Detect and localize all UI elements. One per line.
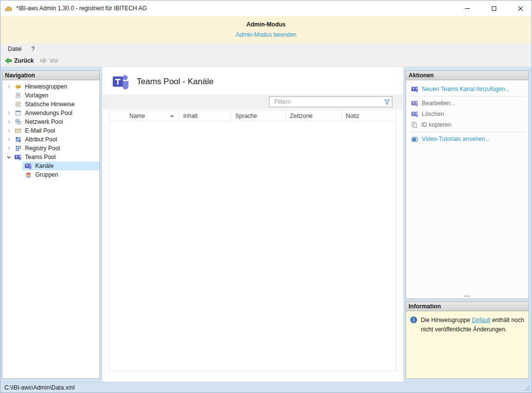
sidebar-item-label: Kanäle: [34, 162, 55, 170]
chevron-right-icon[interactable]: [5, 146, 12, 150]
column-header-sprache[interactable]: Sprache: [231, 111, 286, 121]
back-arrow-icon: [4, 57, 12, 64]
teams-icon: [24, 162, 32, 169]
maximize-button[interactable]: [483, 0, 505, 16]
sidebar-item-gruppen[interactable]: Gruppen: [22, 170, 99, 179]
close-button[interactable]: [509, 0, 532, 16]
forward-label: Vor: [49, 57, 58, 64]
action-label: Bearbeiten...: [422, 100, 455, 107]
actions-panel: Aktionen Neuen Teams Kanal hinzufügen...…: [406, 70, 529, 299]
chevron-down-icon[interactable]: [5, 155, 12, 159]
sidebar-item-label: Statische Hinweise: [24, 100, 76, 108]
chevron-right-icon[interactable]: [5, 111, 12, 115]
sidebar-item-attribut-pool[interactable]: Attribut Pool: [2, 135, 99, 144]
filter-input[interactable]: [269, 97, 382, 107]
sidebar-item-hinweisgruppen[interactable]: Hinweisgruppen: [2, 82, 99, 91]
info-icon: [410, 316, 417, 324]
table-header-row: Name Inhalt Sprache Zeitzone Notiz: [110, 111, 396, 121]
statusbar: C:\IBI-aws\Admin\Data.xml: [0, 382, 532, 393]
navigation-header: Navigation: [2, 70, 100, 80]
table-body-empty: [110, 121, 396, 370]
column-header-inhalt[interactable]: Inhalt: [179, 111, 231, 121]
sidebar-item-label: Anwendungs Pool: [24, 109, 74, 117]
workspace: Navigation Hinweisgruppen Vorlagen Stati…: [0, 67, 532, 382]
action-edit[interactable]: Bearbeiten...: [406, 98, 529, 109]
action-delete[interactable]: Löschen: [406, 109, 529, 119]
menubar: Datei ?: [0, 44, 532, 54]
action-video-tutorials[interactable]: Video-Tutorials ansehen...: [406, 134, 529, 144]
app-window: *IBI-aws Admin 1.30.0 - registriert für …: [0, 0, 532, 393]
sidebar-item-vorlagen[interactable]: Vorlagen: [2, 91, 99, 100]
sidebar-item-netzwerk-pool[interactable]: Netzwerk Pool: [2, 117, 99, 126]
app-icon: [4, 4, 12, 12]
back-label: Zurück: [14, 57, 34, 64]
action-label: ID kopieren: [421, 121, 451, 128]
admin-mode-exit-link[interactable]: Admin-Modus beenden: [236, 31, 296, 38]
action-copy-id[interactable]: ID kopieren: [406, 119, 529, 130]
sidebar-item-registry-pool[interactable]: Registry Pool: [2, 144, 99, 153]
sidebar-item-email-pool[interactable]: E-Mail Pool: [2, 126, 99, 135]
sidebar-item-label: Attribut Pool: [24, 136, 58, 143]
minimize-button[interactable]: [456, 0, 479, 16]
sidebar-item-label: Vorlagen: [24, 92, 49, 99]
sidebar-item-label: E-Mail Pool: [24, 127, 56, 135]
admin-mode-banner: Admin-Modus Admin-Modus beenden: [0, 16, 532, 44]
chevron-right-icon[interactable]: [5, 138, 12, 141]
sidebar-item-label: Hinweisgruppen: [24, 83, 69, 91]
sidebar-item-label: Teams Pool: [24, 153, 57, 161]
action-label: Video-Tutorials ansehen...: [422, 136, 490, 142]
page-title-row: Teams Pool - Kanäle: [102, 67, 403, 94]
chevron-right-icon[interactable]: [5, 120, 12, 124]
chevron-right-icon[interactable]: [5, 129, 12, 133]
admin-mode-title: Admin-Modus: [0, 21, 532, 28]
sidebar-item-label: Gruppen: [34, 171, 60, 179]
separator: [409, 132, 526, 132]
content-panel: Teams Pool - Kanäle Name Inhalt: [102, 67, 403, 382]
information-panel: Information Die Hinweisgruppe Default en…: [406, 301, 529, 379]
filter-box: [269, 96, 392, 107]
chevron-right-icon[interactable]: [5, 85, 12, 89]
close-icon: [518, 6, 523, 11]
sidebar-item-statische-hinweise[interactable]: Statische Hinweise: [2, 100, 99, 109]
column-header-name[interactable]: Name: [110, 111, 179, 121]
forward-arrow-icon: [40, 57, 48, 64]
information-header: Information: [406, 301, 529, 311]
statusbar-path: C:\IBI-aws\Admin\Data.xml: [4, 384, 74, 391]
minimize-icon: [465, 8, 470, 9]
actions-header: Aktionen: [406, 70, 529, 80]
column-header-zeitzone[interactable]: Zeitzone: [286, 111, 342, 121]
sidebar-item-kanaele[interactable]: Kanäle: [22, 162, 99, 170]
templates-icon: [14, 92, 22, 99]
actions-list: Neuen Teams Kanal hinzufügen... Bearbeit…: [406, 80, 529, 299]
sidebar-item-teams-pool[interactable]: Teams Pool: [2, 153, 99, 162]
column-header-notiz[interactable]: Notiz: [342, 111, 396, 121]
right-column: Aktionen Neuen Teams Kanal hinzufügen...…: [406, 70, 529, 379]
window-title: *IBI-aws Admin 1.30.0 - registriert für …: [16, 5, 452, 12]
forward-button[interactable]: Vor: [40, 57, 58, 64]
resize-grip[interactable]: [524, 385, 530, 391]
teams-icon: [14, 154, 22, 161]
menu-datei[interactable]: Datei: [3, 45, 26, 53]
envelope-icon: [14, 127, 22, 134]
sidebar-item-anwendungs-pool[interactable]: Anwendungs Pool: [2, 109, 99, 117]
back-button[interactable]: Zurück: [4, 57, 34, 64]
actions-overflow-dots[interactable]: ...: [406, 292, 529, 297]
filter-funnel-icon[interactable]: [382, 99, 392, 105]
info-text-before: Die Hinweisgruppe: [421, 317, 472, 324]
titlebar: *IBI-aws Admin 1.30.0 - registriert für …: [0, 0, 532, 16]
tv-icon: [411, 136, 418, 142]
sidebar-item-label: Netzwerk Pool: [24, 118, 64, 126]
copy-icon: [411, 121, 418, 128]
separator: [409, 96, 526, 96]
action-add-teams-channel[interactable]: Neuen Teams Kanal hinzufügen...: [406, 84, 529, 94]
action-label: Löschen: [422, 111, 444, 117]
static-hints-icon: [14, 101, 22, 108]
application-window-icon: [14, 110, 22, 116]
teams-icon-large: [111, 73, 130, 90]
menu-help[interactable]: ?: [27, 45, 39, 53]
default-group-link[interactable]: Default: [472, 317, 490, 324]
channels-table: Name Inhalt Sprache Zeitzone Notiz: [109, 110, 396, 371]
filter-bar: [102, 94, 403, 109]
hint-groups-icon: [14, 83, 22, 90]
page-title: Teams Pool - Kanäle: [137, 77, 214, 87]
